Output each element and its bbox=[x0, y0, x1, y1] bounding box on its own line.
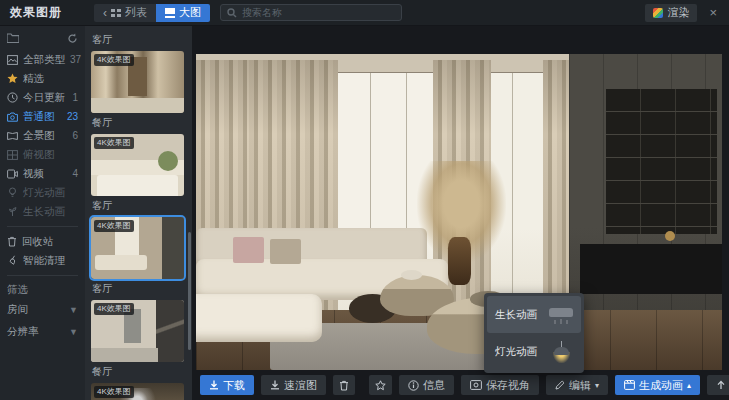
favorite-button[interactable] bbox=[369, 375, 392, 395]
camera-icon bbox=[7, 112, 18, 122]
sidebar: 全部类型 37 精选 今日更新 1 普通图 23 全景图 6 俯视图 bbox=[0, 26, 85, 400]
search-icon bbox=[227, 8, 237, 18]
delete-button[interactable] bbox=[333, 375, 355, 395]
sidebar-item-label: 普通图 bbox=[23, 110, 55, 124]
trash-icon bbox=[7, 236, 17, 247]
star-outline-icon bbox=[375, 380, 386, 391]
sidebar-item-label: 今日更新 bbox=[23, 91, 65, 105]
sidebar-item-featured[interactable]: 精选 bbox=[7, 69, 78, 88]
info-icon bbox=[408, 380, 419, 391]
sidebar-item-label: 回收站 bbox=[22, 235, 54, 249]
sidebar-item-smart-cleanup[interactable]: 智能清理 bbox=[7, 251, 78, 270]
sidebar-item-label: 全景图 bbox=[23, 129, 55, 143]
top-bar: 效果图册 ‹ 列表 大图 渲染 × bbox=[0, 0, 729, 26]
filter-label: 房间 bbox=[7, 303, 28, 317]
download-icon bbox=[270, 380, 280, 390]
thumbnail-chandelier[interactable]: 4K效果图 bbox=[91, 383, 184, 400]
sidebar-item-all-types[interactable]: 全部类型 37 bbox=[7, 50, 78, 69]
scrollbar[interactable] bbox=[188, 232, 191, 350]
item-count: 6 bbox=[72, 130, 78, 141]
filter-resolution[interactable]: 分辨率 ▼ bbox=[7, 321, 78, 343]
sidebar-item-label: 全部类型 bbox=[23, 53, 65, 67]
upscale-resolution-button[interactable]: 升级分辨率 bbox=[707, 375, 729, 395]
thumb-sofa-shape bbox=[95, 255, 147, 270]
list-item: 餐厅 4K效果图 bbox=[91, 365, 186, 400]
thumbnail-hallway[interactable]: 4K效果图 bbox=[91, 51, 184, 113]
menu-item-growth-animation[interactable]: 生长动画 bbox=[487, 296, 581, 333]
growth-animation-icon bbox=[549, 306, 573, 324]
folder-icon[interactable] bbox=[7, 33, 19, 43]
download-label: 下载 bbox=[223, 378, 245, 393]
quick-render-label: 速渲图 bbox=[284, 378, 317, 393]
save-view-icon bbox=[470, 380, 482, 390]
vase bbox=[448, 237, 470, 284]
render-button[interactable]: 渲染 bbox=[645, 4, 697, 22]
view-large-label: 大图 bbox=[179, 5, 201, 20]
thumbnail-foyer[interactable]: 4K效果图 bbox=[91, 300, 184, 362]
info-button[interactable]: 信息 bbox=[399, 375, 454, 395]
sidebar-item-normal-images[interactable]: 普通图 23 bbox=[7, 107, 78, 126]
view-large-button[interactable]: 大图 bbox=[156, 4, 210, 22]
generate-animation-label: 生成动画 bbox=[639, 378, 683, 393]
image-icon bbox=[7, 55, 18, 65]
filter-section-title: 筛选 bbox=[7, 281, 78, 299]
edit-label: 编辑 bbox=[569, 378, 591, 393]
room-label: 餐厅 bbox=[92, 116, 185, 130]
sidebar-item-label: 灯光动画 bbox=[23, 186, 65, 200]
sidebar-item-label: 智能清理 bbox=[23, 254, 65, 268]
arrow-up-icon bbox=[716, 380, 726, 390]
sidebar-item-video[interactable]: 视频 4 bbox=[7, 164, 78, 183]
sidebar-item-light-animation[interactable]: 灯光动画 bbox=[7, 183, 78, 202]
sidebar-item-top-view[interactable]: 俯视图 bbox=[7, 145, 78, 164]
sidebar-item-growth-animation[interactable]: 生长动画 bbox=[7, 202, 78, 221]
video-icon bbox=[7, 169, 18, 179]
sidebar-header bbox=[7, 30, 78, 46]
menu-item-label: 灯光动画 bbox=[495, 345, 537, 359]
clapper-icon bbox=[624, 380, 635, 390]
light-animation-icon bbox=[551, 341, 573, 363]
refresh-icon[interactable] bbox=[67, 33, 78, 44]
download-button[interactable]: 下载 bbox=[200, 375, 254, 395]
preview-image bbox=[196, 54, 722, 370]
shelf-unit bbox=[606, 89, 716, 234]
view-list-button[interactable]: ‹ 列表 bbox=[94, 4, 156, 22]
sidebar-item-label: 精选 bbox=[23, 72, 44, 86]
sidebar-item-panorama[interactable]: 全景图 6 bbox=[7, 126, 78, 145]
resolution-badge: 4K效果图 bbox=[94, 220, 134, 232]
pencil-icon bbox=[555, 380, 565, 390]
window-mullion bbox=[512, 73, 513, 326]
quick-render-button[interactable]: 速渲图 bbox=[261, 375, 326, 395]
sidebar-item-label: 俯视图 bbox=[23, 148, 55, 162]
info-label: 信息 bbox=[423, 378, 445, 393]
thumbnail-dining[interactable]: 4K效果图 bbox=[91, 134, 184, 196]
save-view-button[interactable]: 保存视角 bbox=[461, 375, 539, 395]
resolution-badge: 4K效果图 bbox=[94, 137, 134, 149]
cushion bbox=[233, 237, 265, 262]
brass-decor bbox=[665, 231, 675, 241]
download-icon bbox=[209, 380, 219, 390]
sidebar-item-recycle-bin[interactable]: 回收站 bbox=[7, 232, 78, 251]
render-color-icon bbox=[653, 8, 663, 18]
bulb-icon bbox=[7, 187, 18, 198]
close-icon[interactable]: × bbox=[707, 5, 719, 20]
filter-label: 分辨率 bbox=[7, 325, 39, 339]
search-input[interactable] bbox=[242, 7, 395, 18]
edit-button[interactable]: 编辑 ▾ bbox=[546, 375, 608, 395]
generate-animation-button[interactable]: 生成动画 ▴ bbox=[615, 375, 700, 395]
filter-room[interactable]: 房间 ▼ bbox=[7, 299, 78, 321]
menu-item-label: 生长动画 bbox=[495, 308, 537, 322]
thumbnail-living-selected[interactable]: 4K效果图 bbox=[91, 217, 184, 279]
panorama-icon bbox=[7, 131, 18, 141]
animation-popup-menu: 生长动画 灯光动画 bbox=[484, 293, 584, 373]
sidebar-item-today-updates[interactable]: 今日更新 1 bbox=[7, 88, 78, 107]
clock-icon bbox=[7, 92, 18, 103]
divider bbox=[7, 226, 78, 227]
list-item: 客厅 4K效果图 bbox=[91, 33, 186, 113]
aerial-view-icon bbox=[7, 150, 18, 160]
search-box bbox=[220, 4, 402, 21]
room-label: 餐厅 bbox=[92, 365, 185, 379]
large-view-icon bbox=[165, 8, 175, 18]
resolution-badge: 4K效果图 bbox=[94, 54, 134, 66]
menu-item-light-animation[interactable]: 灯光动画 bbox=[487, 333, 581, 370]
sidebar-item-label: 生长动画 bbox=[23, 205, 65, 219]
